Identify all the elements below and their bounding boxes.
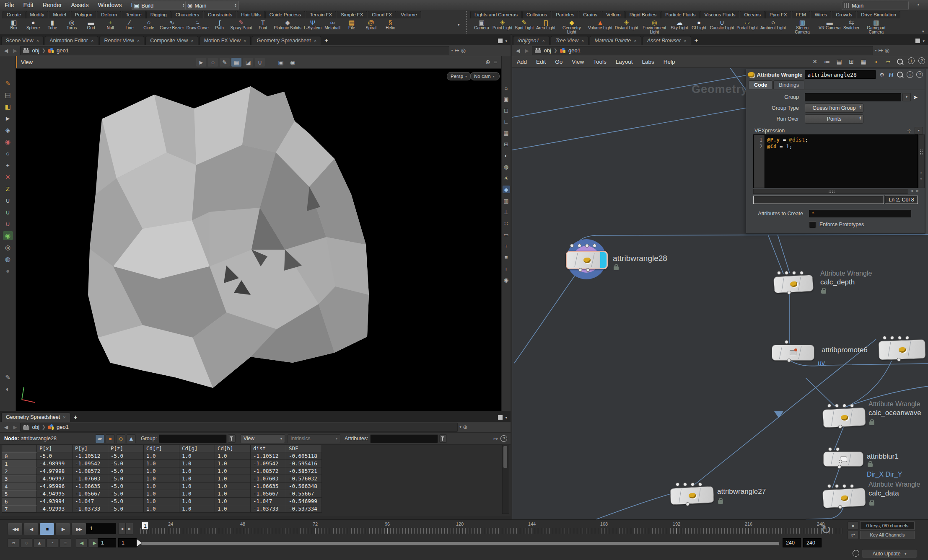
close-icon[interactable]: ×	[634, 38, 636, 43]
box-select-icon[interactable]: ▦	[231, 58, 241, 67]
range-slider-handle[interactable]	[137, 539, 142, 547]
shelf-tool[interactable]: ⇆ Switcher	[842, 18, 861, 31]
row-index[interactable]: 3	[2, 475, 37, 483]
global-end-field[interactable]: 240	[803, 538, 822, 547]
intrinsics-dropdown[interactable]: Intrinsics ▾	[288, 434, 340, 443]
help-icon[interactable]: ?	[500, 435, 507, 442]
pane-tab[interactable]: Geometry Spreadsheet ×	[1, 413, 70, 422]
play-button[interactable]: ▶	[55, 523, 70, 535]
close-icon[interactable]: ×	[137, 38, 140, 43]
back-icon[interactable]: ◀	[3, 424, 10, 430]
node-output-dots[interactable]	[838, 425, 842, 428]
row-index[interactable]: 6	[2, 498, 37, 505]
breadcrumb-node[interactable]: geo1	[568, 47, 581, 54]
shelf-tab[interactable]: Modify	[26, 11, 49, 18]
select-geometry-arrow-icon[interactable]: ➤	[913, 94, 918, 100]
shelf-tool[interactable]: ○ Circle	[139, 18, 158, 31]
shelf-tab[interactable]: Create	[3, 11, 26, 18]
column-header[interactable]: P[x]	[37, 445, 73, 452]
shelf-tool[interactable]: ☀ Distant Light	[614, 18, 640, 31]
node-name[interactable]: attribblur1	[867, 452, 899, 461]
camera-selector[interactable]: No cam ▾	[470, 72, 500, 80]
shelf-tool[interactable]: ∿ Curve Bezier	[158, 18, 185, 31]
attributes-input[interactable]	[370, 434, 438, 443]
shelf-tool[interactable]: @ Spiral	[361, 18, 381, 31]
shelf-tab[interactable]: FEM	[792, 11, 810, 18]
ruler-icon[interactable]: ∟	[503, 118, 510, 125]
node-calc-depth[interactable]	[773, 275, 814, 294]
playback-mode-icon[interactable]: ▲	[34, 538, 45, 547]
tick-interval-icon[interactable]: ≡	[60, 538, 71, 547]
language-menu-icon[interactable]: ▾	[915, 127, 923, 134]
shelf-tab[interactable]: Texture	[122, 11, 146, 18]
node-output-dots[interactable]	[686, 502, 690, 506]
network-menu[interactable]: Layout	[611, 59, 638, 65]
shelf-tool[interactable]: § Helix	[381, 18, 400, 31]
close-icon[interactable]: ×	[91, 38, 93, 43]
shelf-tab[interactable]: Constraints	[204, 11, 236, 18]
gear-icon[interactable]: ⚙	[878, 71, 886, 78]
material-icon[interactable]: ◆	[503, 186, 510, 193]
info-circle-icon[interactable]: i	[503, 265, 510, 272]
gizmo-icon[interactable]: +	[503, 242, 510, 250]
prev-frame-button[interactable]: ◀	[23, 523, 39, 535]
shelf-tool[interactable]: ▤ File	[342, 18, 361, 31]
breadcrumb-node[interactable]: geo1	[57, 424, 69, 430]
breadcrumb-root[interactable]: obj	[544, 47, 551, 54]
column-header[interactable]: SDF	[286, 445, 322, 452]
shelf-tab[interactable]: Guide Process	[265, 11, 305, 18]
handles-tool[interactable]: +	[3, 161, 13, 170]
desktop-selector[interactable]: ▣ Build ▲▼	[132, 1, 187, 10]
snapshot-icon[interactable]: ◉	[288, 58, 298, 67]
orient-picking-tool[interactable]: ◉	[3, 231, 13, 240]
shelf-tool[interactable]: ◎ Environment Light	[639, 18, 669, 35]
dynamics-tool[interactable]: Z	[3, 184, 13, 193]
node-attribwrangle28[interactable]	[566, 251, 608, 269]
search-icon[interactable]	[896, 71, 904, 78]
node-name[interactable]: calc_oceanwave	[868, 409, 921, 417]
pane-tab[interactable]: Scene View ×	[1, 36, 44, 45]
shading-icon[interactable]: ◐	[503, 152, 510, 159]
pane-tab[interactable]: Geometry Spreadsheet ×	[252, 36, 321, 45]
shelf-tab[interactable]: Lights and Cameras	[470, 11, 522, 18]
breadcrumb-root[interactable]: obj	[32, 424, 39, 430]
scope-channels-icon[interactable]: ⇄	[848, 531, 858, 539]
points-icon[interactable]: ∷	[503, 219, 510, 227]
shelf-tab[interactable]: Grains	[579, 11, 601, 18]
tools-icon[interactable]: ✕	[811, 57, 819, 66]
snap-point-tool[interactable]: ∪	[3, 208, 13, 217]
pane-menu-icon[interactable]: ▾	[923, 39, 925, 43]
wireframe-icon[interactable]: ◍	[503, 163, 510, 170]
shelf-tool[interactable]: ≈ Draw Curve	[185, 18, 210, 31]
column-header[interactable]: P[z]	[108, 445, 144, 452]
node-input-dots[interactable]	[883, 336, 909, 340]
secure-selection-tool[interactable]: ◈	[3, 126, 13, 134]
view-dropdown[interactable]: View ▾	[241, 434, 285, 443]
network-menu[interactable]: Edit	[531, 59, 550, 65]
grid-display-icon[interactable]: ▭	[503, 231, 510, 238]
normals-icon[interactable]: ⊥	[503, 208, 510, 216]
node-input-dots[interactable]	[777, 271, 804, 275]
display-flag[interactable]	[600, 252, 607, 268]
find-icon[interactable]	[896, 57, 904, 66]
playback-range-slider[interactable]	[141, 542, 780, 546]
palette-icon[interactable]: ◑	[871, 57, 880, 66]
pane-tab[interactable]: Composite View ×	[145, 36, 198, 45]
new-tab-button[interactable]: +	[691, 37, 702, 45]
shelf-tab[interactable]: Crowds	[832, 11, 856, 18]
node-input-dots[interactable]	[827, 484, 854, 488]
node-output-dots[interactable]	[838, 505, 842, 509]
column-header[interactable]: dist	[251, 445, 286, 452]
node-name[interactable]: calc_data	[868, 489, 899, 498]
network-menu[interactable]: Go	[550, 59, 567, 65]
flipbook-icon[interactable]: ▣	[276, 58, 286, 67]
update-mode-icon[interactable]	[853, 550, 859, 557]
node-output-dots[interactable]	[897, 358, 901, 361]
shelf-tool[interactable]: ✎ Spray Paint	[229, 18, 254, 31]
path-dropdown-icon[interactable]: ▾	[459, 425, 461, 429]
pane-tab[interactable]: Tree View ×	[551, 36, 589, 45]
shelf-tool[interactable]: ▥ Gamepad Camera	[861, 18, 891, 35]
shelf-tool[interactable]: ▱ Portal Light	[735, 18, 759, 31]
group-input[interactable]	[805, 93, 901, 101]
group-filter-icon[interactable]	[228, 434, 236, 443]
